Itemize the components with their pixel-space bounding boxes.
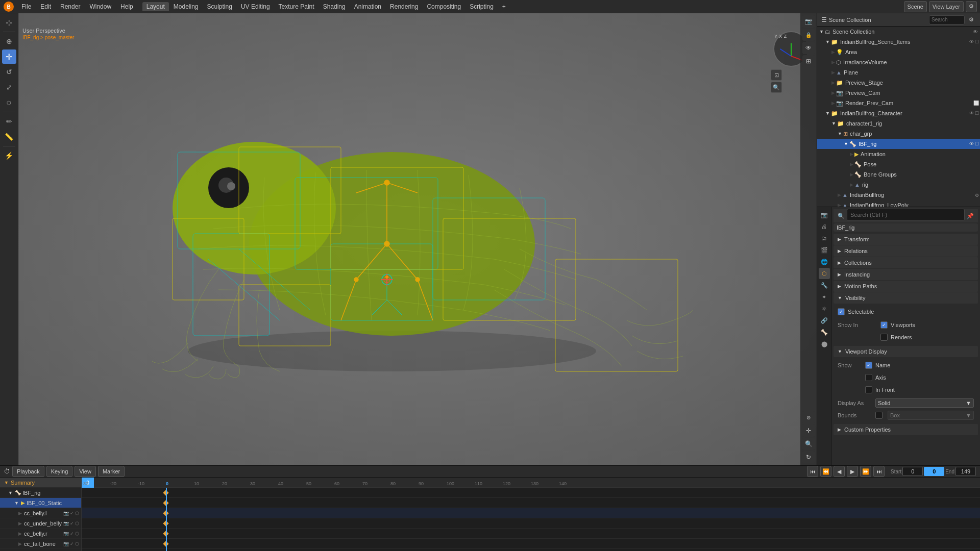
- show-axis-checkbox[interactable]: [865, 374, 872, 381]
- bounds-checkbox[interactable]: [875, 412, 883, 419]
- tl-track-cc-under-belly[interactable]: ▶ cc_under_belly 📷 ✓ ⬡: [0, 518, 81, 529]
- tree-item-lowpoly[interactable]: ▶ ▲ IndianBullfrog_LowPoly: [817, 200, 980, 207]
- tree-item-preview-stage[interactable]: ▶ 📁 Preview_Stage: [817, 78, 980, 88]
- tool-cursor[interactable]: ⊕: [2, 34, 16, 48]
- tree-item-preview-cam[interactable]: ▶ 📷 Preview_Cam: [817, 88, 980, 98]
- menu-help[interactable]: Help: [116, 2, 137, 11]
- viewport-icon-lock[interactable]: 🔒: [802, 29, 815, 41]
- play-btn[interactable]: ▶: [847, 466, 858, 477]
- blender-logo[interactable]: B: [3, 1, 14, 12]
- track-check-icon3[interactable]: ✓: [70, 531, 74, 536]
- tl-track-summary[interactable]: ▼ Summary: [0, 478, 81, 488]
- tree-item-scene-items[interactable]: ▼ 📁 IndianBullfrog_Scene_Items 👁 ☐: [817, 37, 980, 47]
- section-transform[interactable]: ▶ Transform: [834, 234, 978, 245]
- next-keyframe-btn[interactable]: ⏩: [860, 466, 871, 477]
- current-frame-display[interactable]: 0: [924, 467, 944, 476]
- viewport-icon-overlay[interactable]: ⊘: [802, 411, 815, 423]
- track-check-icon2[interactable]: ✓: [70, 521, 74, 526]
- renders-checkbox[interactable]: [880, 334, 888, 341]
- display-as-selector[interactable]: Solid ▼: [875, 398, 974, 408]
- section-relations[interactable]: ▶ Relations: [834, 245, 978, 257]
- viewport[interactable]: Pose Mode View Select Pose Orientation: …: [18, 13, 817, 465]
- track-check-icon[interactable]: ✓: [70, 511, 74, 516]
- track-extra-icon2[interactable]: ⬡: [75, 521, 79, 526]
- frame-indicator[interactable]: Start 0 0 End 149: [891, 467, 976, 476]
- menu-render[interactable]: Render: [56, 2, 84, 11]
- viewport-icon-rotate-view[interactable]: ↻: [802, 451, 815, 463]
- prop-tab-material[interactable]: ⬤: [819, 338, 830, 349]
- workspace-layout[interactable]: Layout: [142, 2, 169, 11]
- show-name-checkbox[interactable]: [865, 362, 872, 369]
- tl-track-cc-belly-l[interactable]: ▶ cc_belly.l 📷 ✓ ⬡: [0, 508, 81, 518]
- workspace-scripting[interactable]: Scripting: [465, 2, 498, 11]
- section-viewport-display[interactable]: ▼ Viewport Display: [834, 346, 978, 357]
- tree-item-render-cam[interactable]: ▶ 📷 Render_Prev_Cam ⬜: [817, 98, 980, 108]
- track-camera-icon[interactable]: 📷: [63, 511, 69, 516]
- props-search-input[interactable]: [847, 209, 965, 221]
- props-pin-icon[interactable]: 📌: [967, 213, 974, 219]
- jump-start-btn[interactable]: ⏮: [807, 466, 818, 477]
- tool-measure[interactable]: 📏: [2, 130, 16, 144]
- keyframe-area[interactable]: [82, 488, 980, 551]
- section-instancing[interactable]: ▶ Instancing: [834, 269, 978, 280]
- viewport-icon-grid[interactable]: ⊞: [802, 55, 815, 67]
- menu-window[interactable]: Window: [85, 2, 115, 11]
- prop-tab-output[interactable]: 🖨: [819, 221, 830, 232]
- tool-transform[interactable]: ⬡: [2, 95, 16, 110]
- tool-select[interactable]: ⊹: [2, 15, 16, 30]
- engine-settings[interactable]: ⚙: [966, 1, 977, 12]
- section-motion-paths[interactable]: ▶ Motion Paths: [834, 281, 978, 292]
- outliner-search[interactable]: [929, 15, 965, 24]
- viewport-icon-camera[interactable]: 📷: [802, 15, 815, 28]
- section-visibility[interactable]: ▼ Visibility: [834, 292, 978, 304]
- track-check-icon4[interactable]: ✓: [70, 541, 74, 546]
- section-custom-properties[interactable]: ▶ Custom Properties: [834, 424, 978, 435]
- menu-file[interactable]: File: [17, 2, 35, 11]
- prev-keyframe-btn[interactable]: ⏪: [820, 466, 831, 477]
- tl-track-static[interactable]: ▼ ▶ IBF_00_Static: [0, 498, 81, 508]
- tree-item-animation[interactable]: ▶ ▶ Animation: [817, 149, 980, 159]
- tl-track-ibf-rig[interactable]: ▼ 🦴 IBF_rig: [0, 488, 81, 498]
- prop-tab-modifier[interactable]: 🔧: [819, 280, 830, 291]
- end-frame-value[interactable]: 149: [955, 467, 976, 476]
- prop-tab-object-data[interactable]: 🦴: [819, 327, 830, 338]
- marker-menu[interactable]: Marker: [98, 466, 125, 477]
- viewport-icon-zoom[interactable]: 🔍: [802, 438, 815, 450]
- section-collections[interactable]: ▶ Collections: [834, 257, 978, 268]
- bounds-type-selector[interactable]: Box ▼: [888, 411, 974, 420]
- prop-tab-object[interactable]: ⬡: [819, 268, 830, 279]
- tree-item-irradiance[interactable]: ▶ ⬡ IrradianceVolume: [817, 57, 980, 67]
- viewport-icon-eye[interactable]: 👁: [802, 42, 815, 54]
- tree-item-area[interactable]: ▶ 💡 Area: [817, 47, 980, 57]
- tree-item-char-grp[interactable]: ▼ ⊞ char_grp: [817, 129, 980, 139]
- workspace-uv-editing[interactable]: UV Editing: [237, 2, 274, 11]
- view-layer-selector[interactable]: View Layer: [929, 1, 964, 12]
- scene-selector[interactable]: Scene: [904, 1, 927, 12]
- prop-tab-physics[interactable]: ⚛: [819, 303, 830, 314]
- tool-scale[interactable]: ⤢: [2, 80, 16, 94]
- timeline-ruler-area[interactable]: 0 -30 -20 -10 0 10 20 30 40 50 60: [82, 478, 980, 551]
- tree-item-rig[interactable]: ▶ ▲ rig: [817, 180, 980, 190]
- track-camera-icon3[interactable]: 📷: [63, 531, 69, 536]
- tree-item-IBF-rig[interactable]: ▼ 🦴 IBF_rig 👁 ☐: [817, 139, 980, 149]
- in-front-checkbox[interactable]: [865, 386, 872, 393]
- viewports-checkbox[interactable]: [880, 321, 888, 329]
- tree-item-pose[interactable]: ▶ 🦴 Pose: [817, 159, 980, 169]
- play-reverse-btn[interactable]: ◀: [834, 466, 845, 477]
- track-camera-icon4[interactable]: 📷: [63, 541, 69, 546]
- tool-extra[interactable]: ⚡: [2, 148, 16, 163]
- tree-item-indianbullfrog[interactable]: ▶ ▲ IndianBullfrog ⚙: [817, 190, 980, 200]
- workspace-shading[interactable]: Shading: [319, 2, 350, 11]
- selectable-checkbox[interactable]: [838, 308, 845, 315]
- tree-item-scene-collection[interactable]: ▼ 🗂 Scene Collection 👁: [817, 27, 980, 37]
- tool-annotate[interactable]: ✏: [2, 114, 16, 129]
- start-frame-value[interactable]: 0: [902, 467, 923, 476]
- keying-menu[interactable]: Keying: [46, 466, 73, 477]
- tl-track-cc-tail-bone[interactable]: ▶ cc_tail_bone 📷 ✓ ⬡: [0, 539, 81, 549]
- viewport-icon-move[interactable]: ✛: [802, 424, 815, 437]
- tool-rotate[interactable]: ↺: [2, 65, 16, 79]
- prop-tab-scene[interactable]: 🎬: [819, 244, 830, 256]
- prop-tab-view-layer[interactable]: 🗂: [819, 233, 830, 244]
- tool-move[interactable]: ✛: [2, 49, 16, 64]
- eye-icon[interactable]: 👁: [973, 29, 978, 35]
